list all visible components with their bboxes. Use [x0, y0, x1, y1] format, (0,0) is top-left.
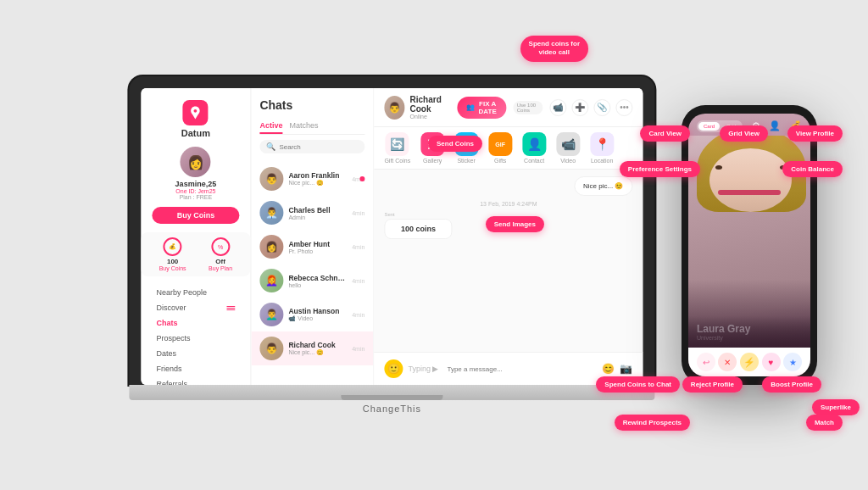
list-item[interactable]: 👨‍💼 Charles Bell Admin 4min — [251, 196, 373, 230]
reject-button[interactable]: ✕ — [718, 353, 737, 371]
chat-name: Aaron Franklin — [288, 171, 347, 180]
sidebar-item-friends[interactable]: Friends — [151, 361, 240, 376]
chat-preview: 📹 Video — [288, 315, 347, 322]
chat-name: Austin Hanson — [288, 307, 347, 315]
buy-coins-button[interactable]: Buy Coins — [152, 207, 239, 224]
attachment-icon[interactable]: 📎 — [593, 99, 610, 116]
chat-avatar: 👨‍🦱 — [259, 303, 283, 326]
chat-preview: Nice pic... 😊 — [288, 180, 347, 187]
chat-info: Rebecca Schneider hello — [288, 274, 347, 288]
tool-gift-label: Gift Coins — [384, 158, 410, 164]
message-input[interactable] — [447, 365, 597, 373]
video-call-icon[interactable]: 📹 — [549, 99, 566, 116]
nav-menu: Nearby People Discover Chats Prospects D… — [141, 285, 250, 385]
chat-preview: Nice pic... 😊 — [288, 349, 347, 356]
emoji-icon[interactable]: 😊 — [602, 363, 615, 375]
tool-gif[interactable]: GIF Gifts — [488, 132, 512, 164]
tool-location[interactable]: 📍 Location — [590, 132, 614, 164]
rewind-button[interactable]: ↩ — [697, 353, 715, 371]
phone-action-bar: ↩ ✕ ⚡ ♥ ★ — [688, 348, 810, 376]
phone-profile-icon[interactable]: 👤 — [769, 120, 781, 131]
chat-search-box[interactable]: 🔍 — [259, 140, 364, 153]
sidebar-item-referrals[interactable]: Referrals — [151, 376, 240, 385]
chat-avatar: 👨 — [259, 337, 283, 360]
chat-window: 👨 Richard Cook Online 👥 FIX A DATE — [374, 88, 643, 385]
search-input[interactable] — [279, 143, 347, 151]
phone-outer: Card Grid ⚙ 👤 💰 — [682, 105, 817, 385]
sidebar: Datum 👩 Jasmine,25 One ID: Jem25 Plan : … — [141, 88, 251, 385]
boost-button[interactable]: ⚡ — [740, 353, 759, 371]
list-item[interactable]: 👩 Amber Hunt Pr. Photo 4min — [251, 230, 373, 264]
add-icon[interactable]: ➕ — [571, 99, 588, 116]
chat-name: Amber Hunt — [288, 240, 347, 248]
chat-avatar: 👨 — [259, 167, 283, 191]
list-item[interactable]: 👨‍🦱 Austin Hanson 📹 Video 4min — [251, 298, 373, 331]
chat-preview: hello — [288, 282, 347, 288]
tooltip-send-coins: Send Coins — [428, 136, 482, 152]
tool-video[interactable]: 📹 Video — [556, 132, 580, 164]
gift-coins-icon: 🔄 — [386, 132, 409, 156]
chat-time: 4min — [352, 312, 364, 318]
user-name: Jasmine,25 — [175, 180, 217, 188]
active-chat-name: Richard Cook — [410, 95, 458, 114]
active-chat-avatar: 👨 — [384, 96, 404, 120]
list-item[interactable]: 👨 Aaron Franklin Nice pic... 😊 4min — [251, 162, 373, 196]
gif-icon: GIF — [488, 132, 512, 156]
message-sent-label: Sent — [384, 212, 394, 217]
phone-profile-bg: Card Grid ⚙ 👤 💰 — [688, 114, 810, 376]
list-item[interactable]: 👩‍🦰 Rebecca Schneider hello 4min — [251, 264, 373, 298]
tab-active[interactable]: Active — [259, 119, 282, 134]
tool-gallery-label: Gallery — [423, 158, 442, 164]
fix-date-button[interactable]: 👥 FIX A DATE — [458, 97, 507, 119]
coin-item-plan: % Off Buy Plan — [209, 237, 232, 271]
sidebar-item-chats[interactable]: Chats — [151, 315, 240, 331]
chat-time: 4min — [352, 278, 364, 284]
laptop: Datum 👩 Jasmine,25 One ID: Jem25 Plan : … — [129, 76, 654, 414]
tooltip-card-view: Card View — [640, 125, 690, 142]
superlike-button[interactable]: ★ — [783, 353, 802, 371]
tool-contact[interactable]: 👤 Contact — [522, 132, 546, 164]
tooltip-grid-view: Grid View — [720, 125, 768, 142]
coins-section: 💰 100 Buy Coins % Off Buy Plan — [141, 232, 250, 276]
tool-gift-coins[interactable]: 🔄 Gift Coins — [384, 132, 410, 164]
buy-plan-link[interactable]: Buy Plan — [209, 265, 232, 271]
camera-icon[interactable]: 📷 — [620, 363, 632, 375]
chat-title: Chats — [259, 98, 364, 112]
active-chat-info: Richard Cook Online — [410, 95, 458, 120]
message-date: 13 Feb, 2019 4:24PM — [384, 201, 632, 207]
chat-avatar: 👩‍🦰 — [259, 269, 283, 292]
card-view-toggle[interactable]: Card — [698, 122, 720, 131]
chat-window-actions: 👥 FIX A DATE Use 100 Coins 📹 ➕ 📎 ••• — [458, 97, 633, 119]
sidebar-item-discover[interactable]: Discover — [151, 300, 240, 315]
list-item[interactable]: 👨 Richard Cook Nice pic... 😊 4min — [251, 331, 373, 365]
datum-logo-icon — [183, 100, 209, 125]
scene: Datum 👩 Jasmine,25 One ID: Jem25 Plan : … — [0, 0, 868, 490]
people-icon: 👥 — [466, 103, 475, 111]
user-profile: 👩 Jasmine,25 One ID: Jem25 Plan : FREE — [175, 147, 217, 200]
tab-matches[interactable]: Matches — [289, 119, 318, 134]
user-avatar: 👩 — [181, 147, 211, 177]
tooltip-coin-balance: Coin Balance — [782, 161, 843, 177]
tooltip-boost-profile: Boost Profile — [762, 376, 821, 393]
tooltip-send-images: Send Images — [486, 216, 544, 232]
laptop-brand: ChangeThis — [129, 404, 654, 414]
action-icons: 📹 ➕ 📎 ••• — [549, 99, 632, 116]
like-button[interactable]: ♥ — [762, 353, 781, 371]
chat-time: 4min — [352, 346, 364, 352]
video-icon: 📹 — [556, 132, 580, 156]
sidebar-item-nearby[interactable]: Nearby People — [151, 285, 240, 300]
phone-screen: Card Grid ⚙ 👤 💰 — [688, 114, 810, 376]
laptop-screen-inner: Datum 👩 Jasmine,25 One ID: Jem25 Plan : … — [141, 88, 643, 385]
tool-location-label: Location — [591, 158, 613, 164]
sidebar-item-prospects[interactable]: Prospects — [151, 331, 240, 346]
more-icon[interactable]: ••• — [615, 99, 632, 116]
chat-info: Amber Hunt Pr. Photo — [288, 240, 347, 254]
logo-text: Datum — [181, 128, 210, 138]
user-id: One ID: Jem25 — [175, 188, 215, 194]
sidebar-item-dates[interactable]: Dates — [151, 346, 240, 361]
unread-indicator — [359, 176, 364, 181]
chat-name: Richard Cook — [288, 341, 347, 349]
message-bubble: Nice pic... 😊 — [574, 176, 632, 196]
chat-window-user: 👨 Richard Cook Online — [384, 95, 457, 120]
buy-coins-link[interactable]: Buy Coins — [159, 265, 186, 271]
